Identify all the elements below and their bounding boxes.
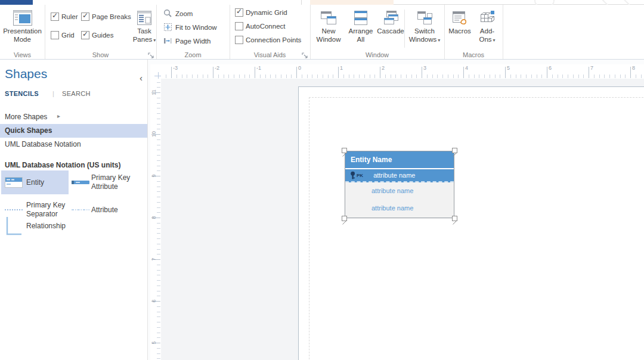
entity-pk-attribute-row[interactable]: PK attribute name: [345, 169, 454, 182]
cascade-button[interactable]: Cascade: [377, 6, 404, 50]
entity-shape-icon: [1, 177, 26, 188]
ruler-checkbox-row[interactable]: Ruler: [51, 13, 78, 21]
presentation-mode-icon: [13, 8, 33, 27]
shape-item-attribute[interactable]: Attribute: [70, 197, 146, 223]
selection-handle-top-right[interactable]: [452, 148, 457, 153]
page-width-button[interactable]: Page Width: [163, 36, 210, 46]
cascade-icon: [382, 8, 400, 27]
stencil-section-title[interactable]: UML Database Notation (US units): [5, 161, 120, 169]
page-breaks-checkbox-row[interactable]: Page Breaks: [81, 13, 131, 21]
ribbon-view-tab: Presentation Mode Views Ruler Grid Page …: [0, 5, 644, 60]
ruler-corner: [150, 64, 161, 79]
titlebar-strip: [0, 0, 644, 5]
autoconnect-checkbox[interactable]: [235, 22, 243, 30]
ribbon-group-zoom: Zoom Fit to Window Page Width Zoom: [156, 5, 230, 59]
shapes-panel-title: Shapes: [5, 67, 47, 81]
group-label-visual-aids: Visual Aids: [230, 51, 310, 58]
arrange-all-button[interactable]: Arrange All: [345, 6, 377, 50]
group-label-views: Views: [0, 51, 45, 58]
tab-edge-line: [301, 0, 302, 5]
grid-checkbox-row[interactable]: Grid: [51, 31, 75, 39]
primary-key-icon: PK: [350, 171, 363, 179]
dynamic-grid-checkbox[interactable]: [235, 8, 243, 17]
shape-item-entity[interactable]: Entity: [1, 170, 69, 194]
tab-search[interactable]: SEARCH: [62, 90, 91, 97]
grid-checkbox[interactable]: [51, 31, 59, 39]
connection-points-checkbox-row[interactable]: Connection Points: [235, 36, 301, 44]
file-tab-remnant[interactable]: [0, 0, 33, 5]
switch-windows-button[interactable]: Switch Windows▾: [407, 6, 442, 50]
background-decoration: [534, 0, 555, 5]
group-label-show: Show: [45, 51, 156, 58]
presentation-mode-button[interactable]: Presentation Mode: [1, 6, 44, 50]
canvas[interactable]: Entity Name PK attribute name attribute …: [161, 79, 644, 360]
more-shapes-arrow-icon: ▸: [57, 113, 60, 119]
relationship-shape-icon: [1, 216, 26, 236]
horizontal-ruler[interactable]: -3-2-1012345678: [161, 64, 644, 79]
selection-handle-bottom-right[interactable]: [452, 216, 457, 221]
stencil-item-uml-database-notation[interactable]: UML Database Notation: [0, 138, 147, 151]
entity-attribute-row[interactable]: attribute name: [345, 200, 454, 217]
highlighted-tab-remnant: [310, 0, 394, 5]
entity-attribute-row[interactable]: attribute name: [345, 182, 454, 200]
attribute-shape-icon: [70, 209, 91, 211]
fit-to-window-button[interactable]: Fit to Window: [163, 22, 217, 33]
ruler-checkbox[interactable]: [51, 13, 59, 21]
group-label-window: Window: [310, 51, 444, 58]
background-decoration: [602, 0, 630, 5]
zoom-button[interactable]: Zoom: [163, 8, 193, 19]
page-break-guides: [309, 97, 644, 360]
tab-divider: |: [52, 90, 54, 97]
presentation-mode-label: Presentation: [3, 27, 42, 36]
ribbon-group-views: Presentation Mode Views: [0, 5, 45, 59]
guides-label: Guides: [92, 32, 113, 39]
more-shapes-item[interactable]: More Shapes: [5, 113, 47, 121]
arrange-all-icon: [352, 8, 369, 27]
add-ons-button[interactable]: Add- Ons▾: [474, 6, 500, 50]
quick-shapes-item[interactable]: Quick Shapes: [0, 124, 147, 138]
shape-item-relationship[interactable]: Relationship: [1, 213, 69, 238]
primary-key-separator-shape-icon: [1, 209, 26, 211]
tab-stencils[interactable]: STENCILS: [5, 90, 39, 97]
group-label-macros: Macros: [444, 51, 503, 58]
pk-badge: PK: [357, 173, 363, 178]
connection-points-checkbox[interactable]: [235, 36, 243, 44]
page-breaks-checkbox[interactable]: [81, 13, 89, 21]
pk-attribute-text: attribute name: [373, 172, 415, 179]
selection-handle-bottom-left[interactable]: [342, 216, 347, 221]
window-group-divider: [404, 10, 405, 48]
vertical-ruler[interactable]: 111098765: [150, 79, 162, 360]
ribbon-group-visual-aids: Dynamic Grid AutoConnect Connection Poin…: [230, 5, 311, 59]
task-panes-icon: [136, 8, 153, 27]
ribbon-group-window: New Window Arrange All Cascade: [310, 5, 445, 59]
guides-checkbox-row[interactable]: Guides: [81, 31, 113, 39]
guides-checkbox[interactable]: [81, 31, 89, 39]
macros-icon: [451, 8, 469, 27]
ribbon-group-show: Ruler Grid Page Breaks Guides: [45, 5, 157, 59]
ribbon-group-macros: Macros Add- Ons▾ Macros: [444, 5, 503, 59]
shapes-panel: Shapes ‹ STENCILS | SEARCH More Shapes ▸…: [0, 60, 148, 360]
autoconnect-checkbox-row[interactable]: AutoConnect: [235, 22, 286, 30]
grid-label: Grid: [61, 32, 75, 39]
selection-handle-top-left[interactable]: [342, 148, 347, 153]
magnifier-icon: [163, 9, 172, 19]
collapse-panel-icon[interactable]: ‹: [140, 73, 143, 83]
new-window-button[interactable]: New Window: [312, 6, 345, 50]
entity-shape[interactable]: Entity Name PK attribute name attribute …: [345, 151, 454, 218]
page-breaks-label: Page Breaks: [92, 13, 131, 20]
dynamic-grid-checkbox-row[interactable]: Dynamic Grid: [235, 8, 287, 17]
page-width-icon: [163, 36, 172, 46]
drawing-area: -3-2-1012345678 111098765 Entity Name PK…: [148, 60, 644, 360]
drawing-page[interactable]: [298, 86, 644, 360]
group-label-zoom: Zoom: [156, 51, 230, 58]
switch-windows-icon: [416, 8, 434, 27]
task-panes-button[interactable]: Task Panes▾: [133, 6, 156, 50]
dropdown-caret-icon: ▾: [493, 38, 496, 43]
shape-item-primary-key-attribute[interactable]: Primary Key Attribute: [70, 170, 146, 194]
ruler-label: Ruler: [61, 13, 78, 20]
entity-header[interactable]: Entity Name: [345, 151, 454, 169]
dropdown-caret-icon: ▾: [153, 38, 156, 43]
macros-button[interactable]: Macros: [445, 6, 474, 50]
dropdown-caret-icon: ▾: [438, 38, 440, 43]
new-window-icon: [319, 8, 338, 27]
